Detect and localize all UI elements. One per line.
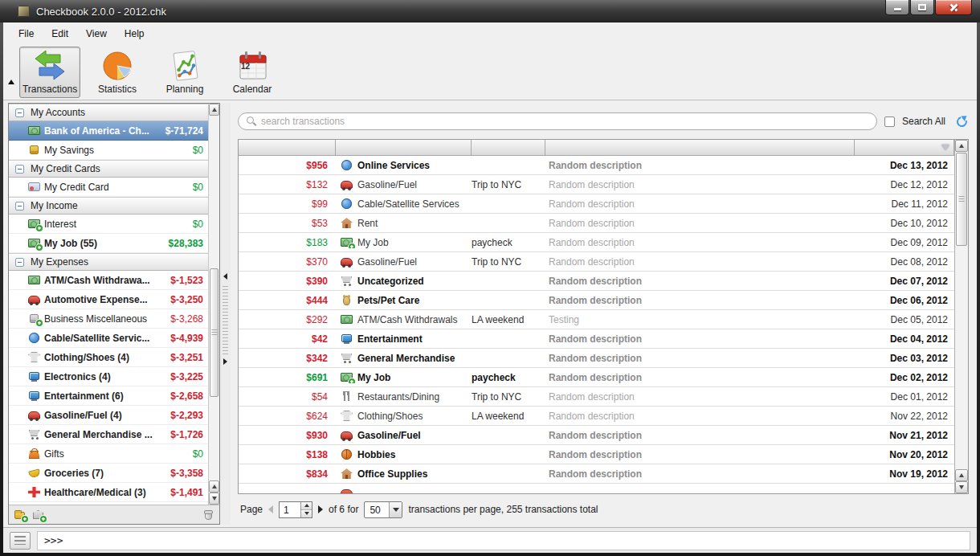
header-cell-amount[interactable] xyxy=(239,140,336,156)
account-item[interactable]: Gifts$0 xyxy=(9,444,208,464)
splitter-grip[interactable] xyxy=(223,286,228,355)
scroll-up-button[interactable] xyxy=(955,140,968,152)
header-cell-category[interactable] xyxy=(336,140,472,156)
sidebar-scrollbar[interactable] xyxy=(208,104,219,505)
page-spinbox[interactable]: 1 xyxy=(279,501,312,518)
search-input[interactable] xyxy=(261,116,868,127)
menu-edit[interactable]: Edit xyxy=(43,25,77,43)
header-cell-description[interactable] xyxy=(545,140,855,156)
menu-help[interactable]: Help xyxy=(116,25,153,43)
header-cell-date[interactable] xyxy=(855,140,954,156)
transaction-row[interactable]: $54Restaurants/DiningTrip to NYCRandom d… xyxy=(239,387,954,407)
account-item[interactable]: Entertainment (6)$-2,658 xyxy=(9,386,208,406)
transaction-row[interactable]: $930Gasoline/FuelRandom descriptionNov 2… xyxy=(239,426,954,445)
account-item[interactable]: Electronics (4)$-3,225 xyxy=(9,367,208,386)
trash-button[interactable] xyxy=(202,509,214,520)
add-account-button[interactable] xyxy=(32,509,44,520)
account-item[interactable]: Automotive Expense...$-3,250 xyxy=(9,290,208,309)
header-cell-tag[interactable] xyxy=(472,140,545,156)
transaction-row[interactable] xyxy=(239,484,954,493)
transaction-row[interactable]: $691My JobpaycheckRandom descriptionDec … xyxy=(239,368,954,387)
scroll-thumb[interactable] xyxy=(956,153,967,246)
spin-down-button[interactable] xyxy=(301,510,312,517)
table-scrollbar[interactable] xyxy=(954,140,968,493)
filter-icon[interactable] xyxy=(941,145,949,150)
collapse-icon[interactable] xyxy=(15,108,24,117)
per-page-select[interactable]: 50 xyxy=(364,501,402,518)
account-label: Automotive Expense... xyxy=(44,294,170,305)
prev-page-arrow[interactable] xyxy=(268,505,273,513)
account-item[interactable]: General Merchandise ...$-1,726 xyxy=(9,425,208,444)
pagination-bar: Page 1 of 6 for 50 tr xyxy=(238,494,969,525)
calendar-icon: 12 xyxy=(235,49,270,83)
transaction-row[interactable]: $624Clothing/ShoesLA weekendRandom descr… xyxy=(239,407,954,426)
scroll-up-button[interactable] xyxy=(209,104,219,116)
transaction-row[interactable]: $53RentRandom descriptionDec 10, 2012 xyxy=(239,214,954,233)
transactions-tbody: $956Online ServicesRandom descriptionDec… xyxy=(239,156,954,493)
transaction-row[interactable]: $370Gasoline/FuelTrip to NYCRandom descr… xyxy=(239,252,954,272)
account-item[interactable]: ATM/Cash Withdrawa...$-1,523 xyxy=(9,271,208,290)
transaction-row[interactable]: $42EntertainmentRandom descriptionDec 04… xyxy=(239,329,954,349)
tab-transactions[interactable]: Transactions xyxy=(19,47,80,98)
next-page-arrow[interactable] xyxy=(318,505,323,513)
tab-calendar[interactable]: 12 Calendar xyxy=(222,47,283,98)
transaction-row[interactable]: $138HobbiesRandom descriptionNov 20, 201… xyxy=(239,445,954,464)
account-item[interactable]: My Job (55)$28,383 xyxy=(9,234,208,253)
scroll-up-button-2[interactable] xyxy=(955,469,968,481)
category-cell: Restaurants/Dining xyxy=(336,391,472,403)
dropdown-arrow-icon[interactable] xyxy=(389,502,402,517)
transaction-row[interactable]: $444Pets/Pet CareRandom descriptionDec 0… xyxy=(239,291,954,310)
account-item[interactable]: Business Miscellaneous$-3,268 xyxy=(9,309,208,329)
transaction-row[interactable]: $183My JobpaycheckRandom descriptionDec … xyxy=(239,233,954,252)
collapse-icon[interactable] xyxy=(15,165,24,174)
collapse-icon[interactable] xyxy=(15,202,24,211)
search-all-checkbox[interactable] xyxy=(884,117,895,127)
transaction-row[interactable]: $292ATM/Cash WithdrawalsLA weekendTestin… xyxy=(239,310,954,329)
scroll-thumb[interactable] xyxy=(210,268,218,397)
spin-up-button[interactable] xyxy=(301,502,312,510)
category-cell: Office Supplies xyxy=(336,468,472,480)
panel-splitter[interactable] xyxy=(220,103,231,525)
account-item[interactable]: Bank of America - Ch...$-71,724 xyxy=(9,121,208,141)
collapse-left-icon[interactable] xyxy=(223,273,227,280)
category-group-header[interactable]: My Credit Cards xyxy=(9,160,208,178)
transaction-row[interactable]: $99Cable/Satellite ServicesRandom descri… xyxy=(239,194,954,214)
console-toggle-button[interactable] xyxy=(10,532,31,550)
account-item[interactable]: Groceries (7)$-3,358 xyxy=(9,464,208,483)
console-lines-icon xyxy=(14,536,26,545)
account-item[interactable]: Cable/Satellite Servic...$-4,939 xyxy=(9,329,208,348)
scroll-up-button-2[interactable] xyxy=(209,480,219,493)
search-input-box[interactable] xyxy=(238,112,877,130)
account-item[interactable]: Interest$0 xyxy=(9,215,208,234)
account-item[interactable]: Clothing/Shoes (4)$-3,251 xyxy=(9,348,208,367)
expand-right-icon[interactable] xyxy=(223,358,227,365)
maximize-button[interactable] xyxy=(910,0,934,15)
house-icon xyxy=(341,468,353,479)
scroll-down-button[interactable] xyxy=(209,493,219,505)
amount-cell: $99 xyxy=(239,198,336,210)
console-input[interactable]: >>> xyxy=(37,531,970,550)
category-group-header[interactable]: My Income xyxy=(9,197,208,215)
account-item[interactable]: Healthcare/Medical (3)$-1,491 xyxy=(9,483,208,502)
add-category-button[interactable] xyxy=(14,509,26,520)
transaction-row[interactable]: $390UncategorizedRandom descriptionDec 0… xyxy=(239,272,954,291)
titlebar[interactable]: Checkbook 2.0.0 - 2012.chk xyxy=(0,0,980,22)
menu-view[interactable]: View xyxy=(77,25,116,43)
account-item[interactable]: Gasoline/Fuel (4)$-2,293 xyxy=(9,406,208,425)
category-group-header[interactable]: My Accounts xyxy=(9,104,208,121)
menu-file[interactable]: File xyxy=(10,25,43,43)
category-group-header[interactable]: My Expenses xyxy=(9,253,208,271)
refresh-icon[interactable] xyxy=(955,115,969,129)
close-button[interactable] xyxy=(935,0,972,15)
transaction-row[interactable]: $342General MerchandiseRandom descriptio… xyxy=(239,349,954,368)
minimize-button[interactable] xyxy=(885,0,909,15)
transaction-row[interactable]: $834Office SuppliesRandom descriptionNov… xyxy=(239,464,954,484)
collapse-icon[interactable] xyxy=(15,258,24,267)
transaction-row[interactable]: $132Gasoline/FuelTrip to NYCRandom descr… xyxy=(239,175,954,194)
account-item[interactable]: My Credit Card$0 xyxy=(9,178,208,197)
account-item[interactable]: My Savings$0 xyxy=(9,141,208,160)
tab-planning[interactable]: Planning xyxy=(154,47,215,98)
transaction-row[interactable]: $956Online ServicesRandom descriptionDec… xyxy=(239,156,954,175)
scroll-down-button[interactable] xyxy=(955,481,968,493)
tab-statistics[interactable]: Statistics xyxy=(87,47,148,98)
